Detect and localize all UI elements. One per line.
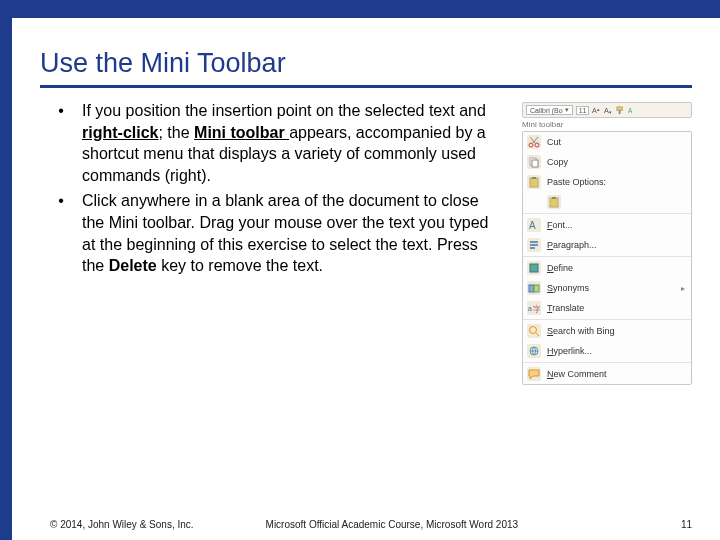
menu-item-label: Font... xyxy=(547,220,573,230)
font-name: Calibri (Bo xyxy=(530,107,563,114)
menu-item-label: Search with Bing xyxy=(547,326,615,336)
font-size: 11 xyxy=(576,106,590,115)
content-area: •If you position the insertion point on … xyxy=(40,100,692,385)
svg-rect-14 xyxy=(552,197,556,199)
bullet-text: If you position the insertion point on t… xyxy=(82,100,504,186)
menu-item-label: Paragraph... xyxy=(547,240,597,250)
paste-keep-icon xyxy=(547,195,561,209)
menu-item: Paste Options: xyxy=(523,172,691,192)
svg-rect-5 xyxy=(619,110,621,114)
paste-option xyxy=(523,192,691,212)
slide: Use the Mini Toolbar •If you position th… xyxy=(0,0,720,540)
context-menu: CutCopyPaste Options:AFont...Paragraph..… xyxy=(522,131,692,385)
menu-separator xyxy=(523,213,691,214)
slide-title: Use the Mini Toolbar xyxy=(40,48,692,79)
menu-item-label: Hyperlink... xyxy=(547,346,592,356)
footer: © 2014, John Wiley & Sons, Inc. Microsof… xyxy=(50,519,692,530)
submenu-arrow-icon: ▸ xyxy=(681,284,685,293)
svg-rect-10 xyxy=(532,160,538,167)
menu-item-label: Cut xyxy=(547,137,561,147)
course-text: Microsoft Official Academic Course, Micr… xyxy=(266,519,519,530)
menu-item: Define xyxy=(523,258,691,278)
font-icon: A xyxy=(527,218,541,232)
mini-toolbar: Calibri (Bo ▾ 11 A▴ A▾ A xyxy=(522,102,692,118)
copyright-text: © 2014, John Wiley & Sons, Inc. xyxy=(50,519,194,530)
comment-icon xyxy=(527,367,541,381)
syn-icon xyxy=(527,281,541,295)
menu-item-label: Translate xyxy=(547,303,584,313)
grow-font-icon: A▴ xyxy=(592,106,601,115)
svg-rect-13 xyxy=(550,198,558,207)
bullet-marker: • xyxy=(40,190,82,276)
svg-rect-11 xyxy=(530,178,538,187)
styles-icon: A xyxy=(628,106,637,115)
para-icon xyxy=(527,238,541,252)
title-rule xyxy=(40,85,692,88)
svg-text:▾: ▾ xyxy=(609,110,612,115)
menu-separator xyxy=(523,319,691,320)
menu-item: New Comment xyxy=(523,364,691,384)
svg-rect-18 xyxy=(534,285,539,292)
shrink-font-icon: A▾ xyxy=(604,106,613,115)
menu-separator xyxy=(523,362,691,363)
svg-text:A: A xyxy=(529,220,536,231)
menu-item-label: Define xyxy=(547,263,573,273)
svg-text:▴: ▴ xyxy=(597,107,600,112)
menu-item-label: New Comment xyxy=(547,369,607,379)
svg-text:字: 字 xyxy=(533,305,540,314)
menu-item-label: Synonyms xyxy=(547,283,589,293)
bullet-text: Click anywhere in a blank area of the do… xyxy=(82,190,504,276)
bullet-marker: • xyxy=(40,100,82,186)
svg-rect-17 xyxy=(529,285,534,292)
menu-item: Synonyms▸ xyxy=(523,278,691,298)
bing-icon xyxy=(527,324,541,338)
format-painter-icon xyxy=(616,106,625,115)
svg-point-21 xyxy=(530,327,537,334)
chevron-down-icon: ▾ xyxy=(565,106,569,114)
mini-toolbar-label: Mini toolbar xyxy=(522,120,692,129)
svg-text:A: A xyxy=(628,107,633,114)
menu-item: Paragraph... xyxy=(523,235,691,255)
bullet-list: •If you position the insertion point on … xyxy=(40,100,504,385)
paste-icon xyxy=(527,175,541,189)
illustration: Calibri (Bo ▾ 11 A▴ A▾ A Mini toolbar Cu… xyxy=(522,102,692,385)
svg-text:a: a xyxy=(528,305,532,312)
trans-icon: a字 xyxy=(527,301,541,315)
menu-item: Cut xyxy=(523,132,691,152)
menu-item: Hyperlink... xyxy=(523,341,691,361)
svg-rect-12 xyxy=(532,177,536,179)
link-icon xyxy=(527,344,541,358)
menu-separator xyxy=(523,256,691,257)
menu-item: AFont... xyxy=(523,215,691,235)
menu-item: a字Translate xyxy=(523,298,691,318)
define-icon xyxy=(527,261,541,275)
menu-item: Copy xyxy=(523,152,691,172)
menu-item-label: Copy xyxy=(547,157,568,167)
font-dropdown: Calibri (Bo ▾ xyxy=(526,105,573,115)
menu-item-label: Paste Options: xyxy=(547,177,606,187)
menu-item: Search with Bing xyxy=(523,321,691,341)
page-number: 11 xyxy=(681,519,692,530)
bullet-item: •If you position the insertion point on … xyxy=(40,100,504,186)
copy-icon xyxy=(527,155,541,169)
bullet-item: •Click anywhere in a blank area of the d… xyxy=(40,190,504,276)
cut-icon xyxy=(527,135,541,149)
svg-rect-16 xyxy=(530,264,538,272)
svg-rect-4 xyxy=(617,106,622,110)
